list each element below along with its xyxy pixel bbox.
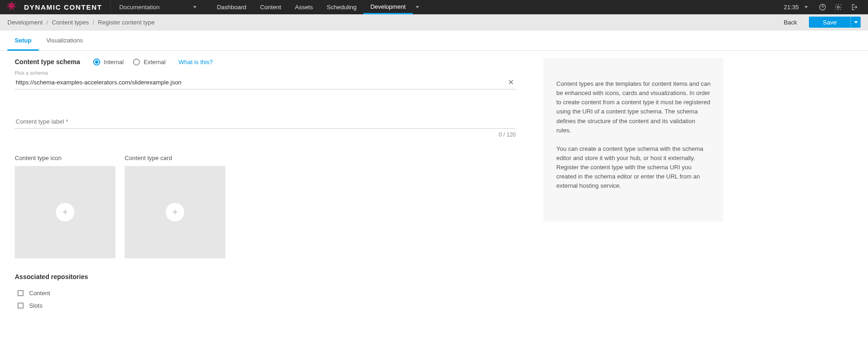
chevron-down-icon [193, 6, 197, 8]
checkbox-icon [18, 303, 24, 309]
label-field: 0 / 120 [15, 115, 516, 138]
checkbox-icon [18, 290, 24, 296]
clock[interactable]: 21:35 [778, 4, 814, 11]
nav-label: Dashboard [217, 4, 247, 11]
sub-header-actions: Back Save [784, 17, 861, 28]
main-content: Content type schema Internal External Wh… [0, 51, 868, 327]
svg-point-1 [822, 9, 823, 9]
clock-time: 21:35 [784, 4, 799, 11]
upload-icon-box: Content type icon + [15, 155, 115, 258]
upload-icon-title: Content type icon [15, 155, 115, 161]
schema-pick-label: Pick a schema [15, 70, 516, 76]
info-paragraph: Content types are the templates for cont… [556, 79, 711, 135]
label-char-counter: 0 / 120 [15, 131, 516, 138]
environment-picker[interactable]: Documentation [111, 0, 205, 14]
upload-card-title: Content type card [125, 155, 225, 161]
save-button[interactable]: Save [809, 17, 850, 28]
repo-label: Slots [29, 302, 42, 309]
brand: DYNAMIC CONTENT [0, 0, 111, 14]
info-paragraph: You can create a content type schema wit… [556, 144, 711, 191]
nav-development[interactable]: Development [363, 0, 413, 14]
radio-label: External [144, 59, 166, 65]
breadcrumb: Development / Content types / Register c… [7, 19, 155, 26]
radio-label: Internal [104, 59, 124, 65]
repo-item-content[interactable]: Content [15, 287, 516, 299]
breadcrumb-separator: / [92, 19, 94, 26]
nav-label: Scheduling [327, 4, 356, 11]
schema-input-row: ✕ [15, 77, 516, 89]
nav-label: Content [260, 4, 281, 11]
upload-card-target[interactable]: + [125, 166, 225, 258]
upload-card-box: Content type card + [125, 155, 225, 258]
chevron-down-icon [804, 6, 808, 8]
save-button-group: Save [809, 17, 861, 28]
nav-assets[interactable]: Assets [288, 0, 320, 14]
schema-uri-input[interactable] [15, 78, 506, 86]
upload-icon-target[interactable]: + [15, 166, 115, 258]
nav-more-icon[interactable] [416, 6, 419, 8]
repo-label: Content [29, 290, 50, 297]
page-tabs: Setup Visualizations [0, 30, 868, 51]
nav-content[interactable]: Content [253, 0, 288, 14]
info-panel: Content types are the templates for cont… [543, 58, 723, 221]
nav-scheduling[interactable]: Scheduling [320, 0, 363, 14]
topbar-right: 21:35 [778, 0, 868, 14]
nav-label: Assets [295, 4, 313, 11]
schema-radio-group: Internal External [93, 59, 166, 65]
schema-header-row: Content type schema Internal External Wh… [15, 58, 516, 65]
form-column: Content type schema Internal External Wh… [15, 58, 516, 312]
repos-title: Associated repositories [15, 273, 516, 280]
what-is-this-link[interactable]: What is this? [179, 59, 213, 65]
save-button-more[interactable] [850, 17, 861, 28]
upload-row: Content type icon + Content type card + [15, 155, 516, 258]
tab-setup[interactable]: Setup [7, 30, 39, 51]
primary-nav: Dashboard Content Assets Scheduling Deve… [210, 0, 419, 14]
brand-logo-icon [6, 0, 18, 14]
tab-label: Setup [15, 37, 31, 44]
logout-icon[interactable] [847, 0, 861, 14]
chevron-down-icon [854, 21, 858, 24]
back-button[interactable]: Back [784, 19, 797, 26]
breadcrumb-segment[interactable]: Content types [52, 19, 89, 26]
radio-internal[interactable]: Internal [93, 59, 124, 65]
radio-icon [133, 59, 140, 65]
tab-visualizations[interactable]: Visualizations [39, 30, 90, 50]
clear-icon[interactable]: ✕ [506, 79, 516, 86]
associated-repositories: Associated repositories Content Slots [15, 273, 516, 312]
repo-item-slots[interactable]: Slots [15, 299, 516, 312]
help-icon[interactable] [815, 0, 829, 14]
nav-dashboard[interactable]: Dashboard [210, 0, 253, 14]
plus-icon: + [166, 203, 184, 221]
svg-point-2 [837, 6, 839, 8]
breadcrumb-segment[interactable]: Development [7, 19, 43, 26]
brand-title: DYNAMIC CONTENT [24, 3, 102, 11]
nav-label: Development [370, 3, 406, 10]
radio-external[interactable]: External [133, 59, 166, 65]
schema-section-title: Content type schema [15, 58, 80, 65]
breadcrumb-segment: Register content type [98, 19, 155, 26]
tab-label: Visualizations [46, 37, 83, 44]
settings-icon[interactable] [831, 0, 845, 14]
content-type-label-input[interactable] [15, 118, 516, 125]
radio-icon [93, 59, 100, 65]
breadcrumb-separator: / [47, 19, 48, 26]
sub-header: Development / Content types / Register c… [0, 14, 868, 30]
environment-picker-label: Documentation [119, 4, 159, 11]
top-bar: DYNAMIC CONTENT Documentation Dashboard … [0, 0, 868, 14]
plus-icon: + [56, 203, 74, 221]
